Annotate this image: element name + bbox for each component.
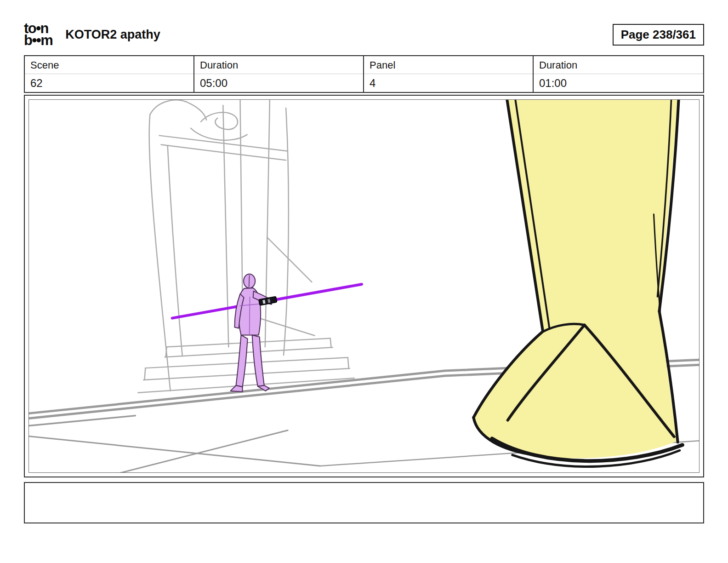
scene-duration-cell: Duration 05:00 (194, 56, 364, 92)
boot-fill (473, 100, 677, 458)
storyboard-page: to•nb••m KOTOR2 apathy Page 238/361 Scen… (0, 0, 728, 563)
panel-cell: Panel 4 (364, 56, 534, 92)
logo-line2: b••m (24, 32, 52, 48)
page-number-badge: Page 238/361 (613, 24, 704, 46)
storyboard-panel (28, 99, 700, 473)
panel-label: Panel (364, 56, 533, 74)
project-title: KOTOR2 apathy (65, 28, 160, 42)
giant-boot (473, 100, 682, 467)
page-header: to•nb••m KOTOR2 apathy Page 238/361 (24, 19, 704, 50)
figure-right-leg (252, 335, 264, 386)
storyboard-panel-frame (24, 95, 704, 477)
figure-face-line (249, 275, 250, 287)
storyboard-drawing (29, 100, 699, 472)
scene-cell: Scene 62 (25, 56, 194, 92)
scene-duration-label: Duration (194, 56, 363, 74)
toonboom-logo: to•nb••m (24, 23, 52, 46)
panel-value: 4 (364, 74, 533, 92)
panel-duration-value: 01:00 (534, 74, 703, 92)
panel-duration-cell: Duration 01:00 (534, 56, 703, 92)
caption-box (24, 482, 704, 523)
scene-label: Scene (25, 56, 193, 74)
panel-info-table: Scene 62 Duration 05:00 Panel 4 Duration… (24, 55, 704, 93)
scene-value: 62 (25, 74, 193, 92)
panel-duration-label: Duration (534, 56, 703, 74)
scene-duration-value: 05:00 (194, 74, 363, 92)
